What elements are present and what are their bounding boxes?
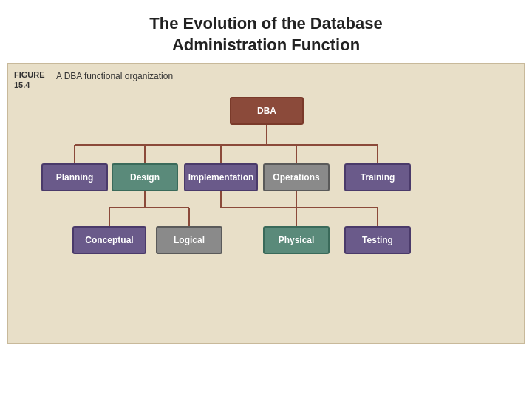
node-planning: Planning — [41, 163, 108, 191]
node-implementation: Implementation — [184, 163, 258, 191]
title-section: The Evolution of the Database Administra… — [0, 0, 532, 63]
node-conceptual: Conceptual — [72, 226, 146, 254]
node-testing: Testing — [344, 226, 411, 254]
figure-label: FIGURE 15.4 — [14, 69, 45, 91]
figure-num-label: FIGURE — [14, 70, 45, 79]
title-line2: Administration Function — [172, 35, 360, 54]
node-logical: Logical — [156, 226, 222, 254]
figure-caption: A DBA functional organization — [56, 71, 173, 81]
node-physical: Physical — [263, 226, 330, 254]
title-line1: The Evolution of the Database — [149, 14, 382, 33]
node-training: Training — [344, 163, 411, 191]
node-dba: DBA — [230, 97, 304, 125]
figure-area: FIGURE 15.4 A DBA functional organizatio… — [7, 63, 525, 344]
node-design: Design — [112, 163, 178, 191]
node-operations: Operations — [263, 163, 330, 191]
connector-lines — [8, 89, 524, 343]
figure-num: 15.4 — [14, 81, 30, 89]
chart-wrapper: DBA Planning Design Implementation Opera… — [8, 89, 524, 343]
